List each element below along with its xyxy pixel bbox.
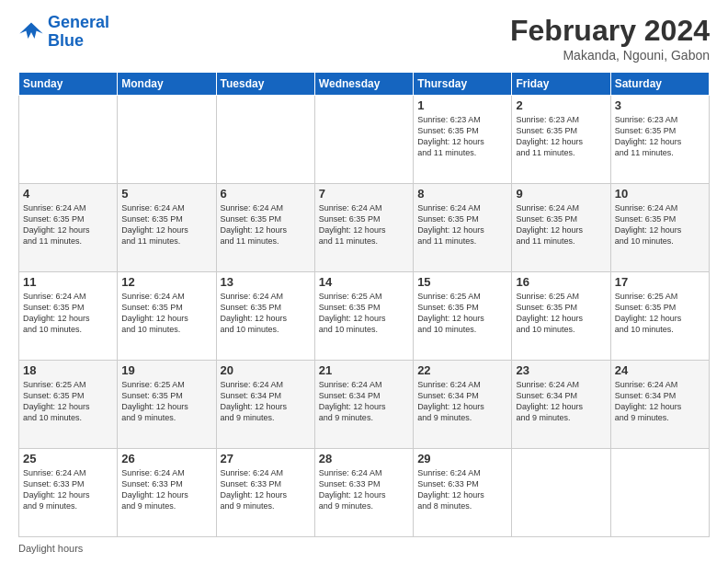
day-info: Sunrise: 6:24 AM Sunset: 6:35 PM Dayligh…: [615, 202, 705, 247]
calendar-week-row: 11Sunrise: 6:24 AM Sunset: 6:35 PM Dayli…: [19, 272, 710, 361]
day-number: 26: [121, 452, 211, 465]
svg-marker-0: [19, 22, 42, 39]
day-info: Sunrise: 6:24 AM Sunset: 6:35 PM Dayligh…: [121, 291, 211, 336]
day-number: 1: [417, 98, 507, 112]
day-info: Sunrise: 6:24 AM Sunset: 6:33 PM Dayligh…: [23, 467, 113, 512]
logo-icon: [18, 19, 44, 45]
calendar-cell: 14Sunrise: 6:25 AM Sunset: 6:35 PM Dayli…: [314, 272, 413, 361]
calendar-cell: 24Sunrise: 6:24 AM Sunset: 6:34 PM Dayli…: [610, 361, 709, 449]
page: General Blue February 2024 Makanda, Ngou…: [0, 0, 728, 563]
day-number: 12: [121, 275, 211, 289]
calendar-cell: 12Sunrise: 6:24 AM Sunset: 6:35 PM Dayli…: [118, 272, 216, 361]
day-info: Sunrise: 6:25 AM Sunset: 6:35 PM Dayligh…: [615, 291, 705, 336]
calendar-week-row: 4Sunrise: 6:24 AM Sunset: 6:35 PM Daylig…: [19, 184, 710, 272]
calendar-week-row: 1Sunrise: 6:23 AM Sunset: 6:35 PM Daylig…: [19, 96, 710, 184]
calendar-cell: [610, 449, 709, 537]
day-info: Sunrise: 6:24 AM Sunset: 6:35 PM Dayligh…: [221, 202, 311, 247]
location: Makanda, Ngouni, Gabon: [510, 48, 710, 63]
calendar-day-header: Friday: [512, 73, 610, 96]
calendar-cell: 25Sunrise: 6:24 AM Sunset: 6:33 PM Dayli…: [19, 449, 118, 537]
day-info: Sunrise: 6:24 AM Sunset: 6:35 PM Dayligh…: [221, 291, 311, 336]
day-number: 27: [221, 452, 311, 465]
day-number: 28: [319, 452, 409, 465]
calendar-week-row: 18Sunrise: 6:25 AM Sunset: 6:35 PM Dayli…: [19, 361, 710, 449]
day-info: Sunrise: 6:25 AM Sunset: 6:35 PM Dayligh…: [23, 379, 113, 424]
day-info: Sunrise: 6:24 AM Sunset: 6:34 PM Dayligh…: [615, 379, 705, 424]
day-number: 14: [319, 275, 409, 289]
day-info: Sunrise: 6:24 AM Sunset: 6:35 PM Dayligh…: [23, 202, 113, 247]
day-info: Sunrise: 6:23 AM Sunset: 6:35 PM Dayligh…: [417, 114, 507, 159]
calendar-header-row: SundayMondayTuesdayWednesdayThursdayFrid…: [19, 73, 710, 96]
calendar-cell: [216, 96, 314, 184]
calendar-cell: 6Sunrise: 6:24 AM Sunset: 6:35 PM Daylig…: [216, 184, 314, 272]
calendar-cell: 13Sunrise: 6:24 AM Sunset: 6:35 PM Dayli…: [216, 272, 314, 361]
day-number: 3: [615, 98, 705, 112]
day-info: Sunrise: 6:24 AM Sunset: 6:35 PM Dayligh…: [319, 202, 409, 247]
calendar-day-header: Tuesday: [216, 73, 314, 96]
day-info: Sunrise: 6:24 AM Sunset: 6:33 PM Dayligh…: [417, 467, 507, 512]
calendar-cell: 29Sunrise: 6:24 AM Sunset: 6:33 PM Dayli…: [414, 449, 512, 537]
calendar-cell: [314, 96, 413, 184]
calendar-cell: [512, 449, 610, 537]
calendar-cell: 17Sunrise: 6:25 AM Sunset: 6:35 PM Dayli…: [610, 272, 709, 361]
day-number: 25: [23, 452, 113, 465]
day-info: Sunrise: 6:24 AM Sunset: 6:35 PM Dayligh…: [516, 202, 606, 247]
calendar-day-header: Wednesday: [314, 73, 413, 96]
day-number: 7: [319, 187, 409, 201]
day-number: 17: [615, 275, 705, 289]
day-number: 21: [319, 363, 409, 377]
calendar-cell: 20Sunrise: 6:24 AM Sunset: 6:34 PM Dayli…: [216, 361, 314, 449]
day-number: 15: [417, 275, 507, 289]
day-info: Sunrise: 6:24 AM Sunset: 6:34 PM Dayligh…: [417, 379, 507, 424]
logo-text: General Blue: [48, 14, 109, 51]
day-number: 8: [417, 187, 507, 201]
day-number: 16: [516, 275, 606, 289]
calendar-cell: 18Sunrise: 6:25 AM Sunset: 6:35 PM Dayli…: [19, 361, 118, 449]
calendar-cell: 7Sunrise: 6:24 AM Sunset: 6:35 PM Daylig…: [314, 184, 413, 272]
calendar-cell: 21Sunrise: 6:24 AM Sunset: 6:34 PM Dayli…: [314, 361, 413, 449]
day-number: 11: [23, 275, 113, 289]
day-info: Sunrise: 6:24 AM Sunset: 6:34 PM Dayligh…: [319, 379, 409, 424]
calendar-cell: 1Sunrise: 6:23 AM Sunset: 6:35 PM Daylig…: [414, 96, 512, 184]
day-info: Sunrise: 6:24 AM Sunset: 6:35 PM Dayligh…: [23, 291, 113, 336]
day-info: Sunrise: 6:24 AM Sunset: 6:34 PM Dayligh…: [516, 379, 606, 424]
calendar-cell: [19, 96, 118, 184]
header: General Blue February 2024 Makanda, Ngou…: [18, 14, 710, 63]
day-number: 20: [221, 363, 311, 377]
calendar-body: 1Sunrise: 6:23 AM Sunset: 6:35 PM Daylig…: [19, 96, 710, 537]
day-number: 10: [615, 187, 705, 201]
title-block: February 2024 Makanda, Ngouni, Gabon: [510, 14, 710, 63]
calendar-cell: 9Sunrise: 6:24 AM Sunset: 6:35 PM Daylig…: [512, 184, 610, 272]
day-info: Sunrise: 6:23 AM Sunset: 6:35 PM Dayligh…: [615, 114, 705, 159]
calendar-cell: 22Sunrise: 6:24 AM Sunset: 6:34 PM Dayli…: [414, 361, 512, 449]
calendar-cell: [118, 96, 216, 184]
calendar-day-header: Monday: [118, 73, 216, 96]
calendar-day-header: Sunday: [19, 73, 118, 96]
day-number: 5: [121, 187, 211, 201]
logo: General Blue: [18, 14, 109, 51]
day-number: 24: [615, 363, 705, 377]
calendar-cell: 5Sunrise: 6:24 AM Sunset: 6:35 PM Daylig…: [118, 184, 216, 272]
calendar-cell: 28Sunrise: 6:24 AM Sunset: 6:33 PM Dayli…: [314, 449, 413, 537]
day-number: 6: [221, 187, 311, 201]
day-number: 13: [221, 275, 311, 289]
day-number: 19: [121, 363, 211, 377]
day-number: 29: [417, 452, 507, 465]
calendar-cell: 10Sunrise: 6:24 AM Sunset: 6:35 PM Dayli…: [610, 184, 709, 272]
day-info: Sunrise: 6:25 AM Sunset: 6:35 PM Dayligh…: [516, 291, 606, 336]
calendar-cell: 2Sunrise: 6:23 AM Sunset: 6:35 PM Daylig…: [512, 96, 610, 184]
calendar-day-header: Thursday: [414, 73, 512, 96]
day-info: Sunrise: 6:25 AM Sunset: 6:35 PM Dayligh…: [319, 291, 409, 336]
calendar-cell: 19Sunrise: 6:25 AM Sunset: 6:35 PM Dayli…: [118, 361, 216, 449]
footer: Daylight hours: [18, 543, 710, 554]
day-info: Sunrise: 6:24 AM Sunset: 6:35 PM Dayligh…: [417, 202, 507, 247]
calendar-cell: 15Sunrise: 6:25 AM Sunset: 6:35 PM Dayli…: [414, 272, 512, 361]
calendar-week-row: 25Sunrise: 6:24 AM Sunset: 6:33 PM Dayli…: [19, 449, 710, 537]
day-info: Sunrise: 6:24 AM Sunset: 6:33 PM Dayligh…: [319, 467, 409, 512]
day-info: Sunrise: 6:23 AM Sunset: 6:35 PM Dayligh…: [516, 114, 606, 159]
day-info: Sunrise: 6:24 AM Sunset: 6:34 PM Dayligh…: [221, 379, 311, 424]
calendar-cell: 16Sunrise: 6:25 AM Sunset: 6:35 PM Dayli…: [512, 272, 610, 361]
calendar-cell: 4Sunrise: 6:24 AM Sunset: 6:35 PM Daylig…: [19, 184, 118, 272]
calendar-cell: 8Sunrise: 6:24 AM Sunset: 6:35 PM Daylig…: [414, 184, 512, 272]
day-info: Sunrise: 6:25 AM Sunset: 6:35 PM Dayligh…: [417, 291, 507, 336]
